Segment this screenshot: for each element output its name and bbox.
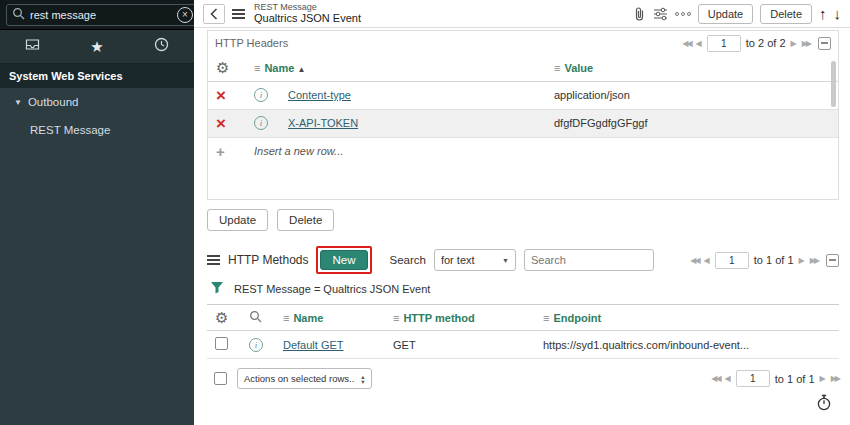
column-header-name[interactable]: ≡Name▲ <box>246 55 546 81</box>
row-checkbox[interactable] <box>215 337 228 350</box>
collapse-list-icon[interactable] <box>818 37 831 50</box>
scrollbar[interactable] <box>831 61 836 107</box>
list-settings-cell[interactable]: ⚙ <box>207 305 241 331</box>
column-context-icon: ≡ <box>393 312 399 324</box>
row-range-text: to 1 of 1 <box>754 254 794 266</box>
info-icon[interactable]: i <box>254 88 268 102</box>
previous-page-icon[interactable]: ◀ <box>696 39 702 48</box>
http-methods-toolbar: HTTP Methods New Search for text ▼ ◀◀ ◀ … <box>207 246 839 274</box>
first-page-icon[interactable]: ◀◀ <box>682 39 690 48</box>
http-headers-title: HTTP Headers <box>215 37 288 49</box>
column-context-icon: ≡ <box>554 62 560 74</box>
page-title: Qualtrics JSON Event <box>254 12 361 24</box>
response-time-icon[interactable] <box>816 394 832 415</box>
http-methods-table: ⚙ ≡Name ≡HTTP method ≡Endpoint i Default… <box>207 304 839 359</box>
collapse-list-icon[interactable] <box>826 254 839 267</box>
navigator-search-box[interactable]: × <box>6 4 199 26</box>
column-header-value[interactable]: ≡Value <box>546 55 838 81</box>
method-type-text: GET <box>393 339 416 351</box>
column-header-endpoint[interactable]: ≡Endpoint <box>535 305 839 331</box>
gear-icon: ⚙ <box>216 59 229 76</box>
column-header-name[interactable]: ≡Name <box>275 305 385 331</box>
method-name-link[interactable]: Default GET <box>283 339 344 351</box>
list-context-menu-icon[interactable] <box>207 255 220 265</box>
navigator-search-strip: × <box>0 0 194 30</box>
next-page-icon[interactable]: ▶ <box>820 374 826 383</box>
sort-ascending-icon: ▲ <box>297 65 305 74</box>
info-icon[interactable]: i <box>249 338 263 352</box>
http-headers-toolbar: HTTP Headers ◀◀ ◀ to 2 of 2 ▶ ▶▶ <box>208 31 838 55</box>
delete-row-icon[interactable]: × <box>216 86 226 105</box>
previous-record-icon[interactable]: ↑ <box>819 6 827 21</box>
funnel-icon[interactable] <box>210 280 224 298</box>
app-navigator: × ★ System Web Services ▼ Outbound REST … <box>0 0 194 425</box>
page-number-input[interactable] <box>707 35 741 52</box>
page-number-input[interactable] <box>736 370 770 387</box>
list-settings-cell[interactable]: ⚙ <box>208 55 246 81</box>
first-page-icon[interactable]: ◀◀ <box>711 374 719 383</box>
more-options-icon[interactable] <box>675 12 691 16</box>
http-methods-pagination: ◀◀ ◀ to 1 of 1 ▶ ▶▶ <box>690 252 839 269</box>
form-context-menu-icon[interactable] <box>232 9 245 19</box>
column-search-toggle[interactable] <box>241 305 275 331</box>
previous-page-icon[interactable]: ◀ <box>704 256 710 265</box>
record-type-label: REST Message <box>254 3 361 13</box>
update-button[interactable]: Update <box>698 4 753 24</box>
add-row-icon[interactable]: + <box>216 143 225 160</box>
delete-row-icon[interactable]: × <box>216 114 226 133</box>
next-record-icon[interactable]: ↓ <box>834 6 842 21</box>
list-filter-row: REST Message = Qualtrics JSON Event <box>207 279 839 299</box>
history-tab[interactable] <box>142 37 182 56</box>
table-row: × i Content-type application/json <box>208 81 838 109</box>
clock-icon <box>154 38 169 55</box>
sidebar-item-label: Outbound <box>28 96 79 108</box>
header-value-text: dfgfDFGgdfgGFggf <box>554 117 648 129</box>
update-button[interactable]: Update <box>207 209 268 231</box>
list-footer: Actions on selected rows.. ▴▾ ◀◀ ◀ to 1 … <box>207 368 839 389</box>
first-page-icon[interactable]: ◀◀ <box>690 256 698 265</box>
select-spinner-icon: ▴▾ <box>361 374 364 384</box>
http-methods-list: HTTP Methods New Search for text ▼ ◀◀ ◀ … <box>207 246 839 389</box>
insert-row-label: Insert a new row... <box>254 145 343 157</box>
info-icon[interactable]: i <box>254 116 268 130</box>
sidebar-item-outbound[interactable]: ▼ Outbound <box>0 88 194 116</box>
column-header-http-method[interactable]: ≡HTTP method <box>385 305 535 331</box>
new-button[interactable]: New <box>320 250 367 270</box>
clear-search-icon[interactable]: × <box>177 7 193 23</box>
http-methods-title: HTTP Methods <box>228 253 308 267</box>
actions-select-value: Actions on selected rows.. <box>244 373 354 384</box>
delete-button[interactable]: Delete <box>277 209 334 231</box>
actions-select[interactable]: Actions on selected rows.. ▴▾ <box>237 368 372 389</box>
nav-section-title-text: System Web Services <box>9 70 123 82</box>
attachment-button[interactable] <box>632 6 646 22</box>
tray-icon <box>24 38 41 55</box>
search-icon <box>249 310 262 323</box>
back-button[interactable] <box>203 4 225 24</box>
insert-row[interactable]: + Insert a new row... <box>208 137 838 165</box>
navigator-tabs: ★ <box>0 30 194 64</box>
sidebar-item-rest-message[interactable]: REST Message <box>0 116 194 144</box>
favorites-tab[interactable]: ★ <box>77 38 117 56</box>
delete-button[interactable]: Delete <box>760 4 812 24</box>
page-number-input[interactable] <box>715 252 749 269</box>
filter-breadcrumb[interactable]: REST Message = Qualtrics JSON Event <box>234 283 430 295</box>
row-range-text: to 2 of 2 <box>746 37 786 49</box>
search-label: Search <box>390 254 426 266</box>
previous-page-icon[interactable]: ◀ <box>725 374 731 383</box>
header-name-link[interactable]: X-API-TOKEN <box>288 117 358 129</box>
header-name-link[interactable]: Content-type <box>288 89 351 101</box>
personalize-form-button[interactable] <box>653 7 668 21</box>
row-range-text: to 1 of 1 <box>775 373 815 385</box>
last-page-icon[interactable]: ▶▶ <box>802 39 810 48</box>
select-all-checkbox[interactable] <box>214 372 227 385</box>
last-page-icon[interactable]: ▶▶ <box>810 256 818 265</box>
all-applications-tab[interactable] <box>12 37 52 56</box>
next-page-icon[interactable]: ▶ <box>791 39 797 48</box>
search-type-select[interactable]: for text ▼ <box>434 249 516 271</box>
navigator-search-input[interactable] <box>30 9 172 21</box>
search-type-value: for text <box>441 254 475 266</box>
last-page-icon[interactable]: ▶▶ <box>831 374 839 383</box>
list-search-input[interactable] <box>524 249 654 271</box>
next-page-icon[interactable]: ▶ <box>799 256 805 265</box>
http-headers-pagination: ◀◀ ◀ to 2 of 2 ▶ ▶▶ <box>682 35 831 52</box>
